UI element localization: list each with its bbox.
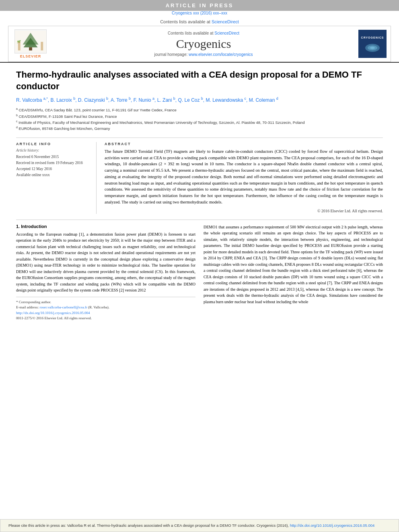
main-content: Thermo-hydraulic analyses associated wit… — [0, 63, 399, 328]
article-title: Thermo-hydraulic analyses associated wit… — [16, 69, 383, 92]
divider-2 — [16, 220, 383, 220]
contents-line: Contents lists available at ScienceDirec… — [57, 31, 350, 35]
citation-year: (2016), — [277, 523, 289, 528]
affiliation-a: a CEA/DSM/Irfu, CEA Saclay Bât. 123, poi… — [16, 107, 383, 113]
journal-center: Contents lists available at ScienceDirec… — [49, 31, 358, 57]
journal-header: Contents lists available at ScienceDirec… — [0, 16, 399, 63]
accepted-date: Accepted 12 May 2016 — [16, 166, 90, 172]
received-date: Received 6 November 2015 — [16, 154, 90, 160]
doi-link[interactable]: http://dx.doi.org/10.1016/j.cryogenics.2… — [16, 311, 90, 315]
citation-prefix: Please cite this article in press as: Va… — [8, 523, 276, 528]
intro-right-text: DEMO1 that assumes a performance require… — [204, 224, 383, 305]
footnote-corresponding: * Corresponding author. — [16, 300, 195, 305]
article-in-press-banner: ARTICLE IN PRESS — [0, 0, 399, 11]
badge-label: CRYOGENICS — [361, 36, 384, 39]
journal-ref-line: Cryogenics xxx (2016) xxx–xxx — [0, 11, 399, 15]
revised-date: Received in revised form 19 February 201… — [16, 160, 90, 166]
footnote-issn: 0011-2275/© 2016 Elsevier Ltd. All right… — [16, 316, 195, 321]
article-info-header: ARTICLE INFO — [16, 142, 90, 146]
contents-label: Contents lists available at — [160, 19, 210, 24]
article-info-abstract: ARTICLE INFO Article history: Received 6… — [16, 142, 383, 214]
cryogenics-badge: CRYOGENICS — [358, 30, 387, 58]
journal-title: Cryogenics — [57, 37, 350, 51]
article-info-col: ARTICLE INFO Article history: Received 6… — [16, 142, 97, 214]
copyright-text: © 2016 Elsevier Ltd. All rights reserved… — [105, 208, 383, 214]
elsevier-logo-image: 🌿 — [14, 29, 47, 53]
affiliation-d: d EUROfusion, 85748 Garching bei München… — [16, 125, 383, 131]
abstract-text: The future DEMO Toroidal Field (TF) magn… — [105, 148, 383, 214]
body-right-col: DEMO1 that assumes a performance require… — [204, 224, 383, 321]
intro-section-title: 1. Introduction — [16, 224, 195, 229]
footnote-email-link[interactable]: roser.vallcorba-carbonell@cea.fr — [39, 305, 87, 309]
footnote-doi: http://dx.doi.org/10.1016/j.cryogenics.2… — [16, 310, 195, 316]
abstract-header: ABSTRACT — [105, 142, 383, 146]
citation-doi-link[interactable]: http://dx.doi.org/10.1016/j.cryogenics.2… — [290, 523, 375, 528]
article-history-label: Article history: — [16, 148, 90, 152]
banner-text: ARTICLE IN PRESS — [166, 2, 234, 8]
abstract-body: The future DEMO Toroidal Field (TF) magn… — [105, 149, 383, 204]
authors-text: R. Vallcorba a,*, B. Lacroix b, D. Ciazy… — [16, 97, 278, 103]
page-wrapper: ARTICLE IN PRESS Cryogenics xxx (2016) x… — [0, 0, 399, 532]
homepage-label: journal homepage: — [154, 52, 187, 57]
journal-top-link: Contents lists available at ScienceDirec… — [8, 18, 391, 26]
affiliation-b: b CEA/DSM/IRFM, F-13108 Saint Paul lez D… — [16, 113, 383, 119]
elsevier-logo: 🌿 ELSEVIER — [12, 29, 49, 58]
contents-label2: Contents lists available at — [168, 31, 213, 35]
footnote-area: * Corresponding author. E-mail address: … — [16, 297, 195, 321]
svg-point-10 — [370, 47, 375, 49]
journal-ref-text: Cryogenics xxx (2016) xxx–xxx — [172, 11, 227, 15]
footnote-email: E-mail address: roser.vallcorba-carbonel… — [16, 305, 195, 310]
svg-rect-6 — [41, 41, 43, 50]
affiliation-c: c Institute of Physics, Faculty of Mecha… — [16, 119, 383, 125]
svg-rect-4 — [29, 47, 32, 50]
svg-rect-5 — [18, 41, 21, 50]
badge-image — [364, 40, 380, 52]
intro-left-text: According to the European roadmap [1], a… — [16, 231, 195, 294]
abstract-col: ABSTRACT The future DEMO Toroidal Field … — [105, 142, 383, 214]
homepage-url[interactable]: www.elsevier.com/locate/cryogenics — [189, 52, 253, 57]
body-content: 1. Introduction According to the Europea… — [16, 224, 383, 321]
journal-header-inner: 🌿 ELSEVIER Contents lists available at — [8, 26, 391, 62]
sciencedirect-link[interactable]: ScienceDirect — [212, 19, 239, 24]
affiliations: a CEA/DSM/Irfu, CEA Saclay Bât. 123, poi… — [16, 107, 383, 132]
citation-bar: Please cite this article in press as: Va… — [0, 519, 399, 532]
available-date: Available online xxxx — [16, 172, 90, 178]
journal-homepage: journal homepage: www.elsevier.com/locat… — [57, 52, 350, 57]
body-left-col: 1. Introduction According to the Europea… — [16, 224, 195, 321]
divider-1 — [16, 138, 383, 138]
sciencedirect-link2[interactable]: ScienceDirect — [214, 31, 239, 35]
authors-line: R. Vallcorba a,*, B. Lacroix b, D. Ciazy… — [16, 96, 383, 104]
elsevier-brand-label: ELSEVIER — [20, 54, 41, 58]
